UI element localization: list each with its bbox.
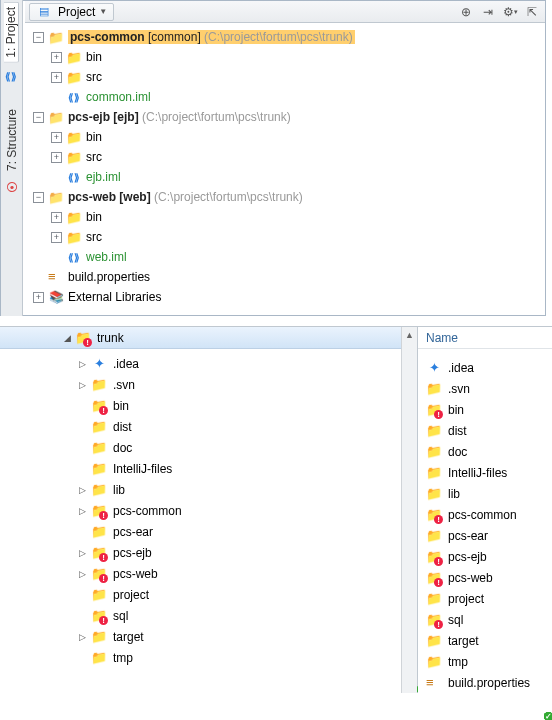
chevron-down-icon: ▼ [99, 7, 107, 16]
filesystem-item[interactable]: bin [8, 395, 417, 416]
properties-icon [426, 675, 442, 691]
file-ejb-iml[interactable]: ejb.iml [29, 167, 545, 187]
view-dropdown[interactable]: ▤ Project ▼ [29, 3, 114, 21]
collapse-toggle[interactable]: − [33, 32, 44, 43]
scroll-track[interactable] [402, 343, 417, 693]
collapse-toggle[interactable]: − [33, 192, 44, 203]
file-web-iml[interactable]: web.iml [29, 247, 545, 267]
details-row[interactable]: doc [426, 441, 552, 462]
expand-icon[interactable]: ▷ [78, 506, 87, 516]
collapse-button[interactable]: ⇱ [523, 3, 541, 21]
details-row[interactable]: build.properties [426, 672, 552, 693]
settings-button[interactable]: ⚙▾ [501, 3, 519, 21]
expand-toggle[interactable]: + [51, 72, 62, 83]
details-row[interactable]: sql [426, 609, 552, 630]
item-label: pcs-common [113, 504, 182, 518]
module-pcs-ejb[interactable]: − pcs-ejb [ejb] (C:\project\fortum\pcs\t… [29, 107, 545, 127]
folder-bin[interactable]: +bin [29, 47, 545, 67]
row-label: .idea [448, 361, 474, 375]
details-row[interactable]: pcs-ear [426, 525, 552, 546]
folder-label: src [86, 150, 102, 164]
details-row[interactable]: pcs-web [426, 567, 552, 588]
iml-icon [66, 249, 82, 265]
filesystem-item[interactable]: ▷pcs-web [8, 563, 417, 584]
details-row[interactable]: .idea [426, 357, 552, 378]
column-header-name[interactable]: Name [418, 327, 552, 349]
filesystem-item[interactable]: ▷.svn [8, 374, 417, 395]
module-selected: pcs-common [common] (C:\project\fortum\p… [68, 30, 355, 44]
row-label: project [448, 592, 484, 606]
tab-structure[interactable]: 7: Structure [5, 105, 19, 175]
expand-icon[interactable]: ▷ [78, 548, 87, 558]
filesystem-item[interactable]: tmp [8, 647, 417, 668]
expand-toggle[interactable]: + [51, 132, 62, 143]
details-row[interactable]: project [426, 588, 552, 609]
expand-toggle[interactable]: + [51, 212, 62, 223]
details-row[interactable]: pcs-ejb [426, 546, 552, 567]
folder-icon [426, 423, 442, 439]
expand-toggle[interactable]: + [51, 52, 62, 63]
folder-ok-icon [91, 524, 107, 540]
details-row[interactable]: dist [426, 420, 552, 441]
details-row[interactable]: target [426, 630, 552, 651]
folder-src[interactable]: +src [29, 227, 545, 247]
details-row[interactable]: tmp [426, 651, 552, 672]
folder-label: src [86, 70, 102, 84]
expand-icon[interactable]: ▷ [78, 380, 87, 390]
expand-toggle[interactable]: + [33, 292, 44, 303]
expand-icon[interactable]: ▷ [78, 632, 87, 642]
view-dropdown-label: Project [58, 5, 95, 19]
folder-icon [91, 587, 107, 603]
folder-ok-icon [91, 629, 107, 645]
filesystem-tree[interactable]: ▷.idea▷.svnbindistdocIntelliJ-files▷lib▷… [0, 349, 417, 672]
vertical-scrollbar[interactable]: ▲ [401, 327, 417, 693]
project-tree[interactable]: − pcs-common [common] (C:\project\fortum… [25, 23, 545, 307]
filesystem-item[interactable]: doc [8, 437, 417, 458]
expand-icon[interactable]: ▷ [78, 359, 87, 369]
filesystem-header[interactable]: ◢ trunk [0, 327, 417, 349]
filesystem-item[interactable]: ▷pcs-common [8, 500, 417, 521]
structure-icon: ⦿ [6, 181, 18, 195]
scroll-up-button[interactable]: ▲ [402, 327, 417, 343]
filesystem-item[interactable]: ▷target [8, 626, 417, 647]
file-label: ejb.iml [86, 170, 121, 184]
file-build-properties[interactable]: build.properties [29, 267, 545, 287]
details-list[interactable]: .idea.svnbindistdocIntelliJ-fileslibpcs-… [418, 349, 552, 693]
tab-project[interactable]: 1: Project [4, 2, 19, 63]
filesystem-item[interactable]: ▷pcs-ejb [8, 542, 417, 563]
project-tool-window: 1: Project 7: Structure ⦿ ▤ Project ▼ ⊕ … [0, 0, 546, 316]
folder-bin[interactable]: +bin [29, 207, 545, 227]
row-label: target [448, 634, 479, 648]
details-row[interactable]: pcs-common [426, 504, 552, 525]
filesystem-item[interactable]: IntelliJ-files [8, 458, 417, 479]
folder-ok-icon [426, 633, 442, 649]
details-row[interactable]: lib [426, 483, 552, 504]
filesystem-item[interactable]: sql [8, 605, 417, 626]
autoscroll-from-source-button[interactable]: ⇥ [479, 3, 497, 21]
collapse-toggle[interactable]: − [33, 112, 44, 123]
item-label: pcs-web [113, 567, 158, 581]
external-libraries[interactable]: +External Libraries [29, 287, 545, 307]
details-row[interactable]: IntelliJ-files [426, 462, 552, 483]
filesystem-item[interactable]: pcs-ear [8, 521, 417, 542]
autoscroll-to-source-button[interactable]: ⊕ [457, 3, 475, 21]
expand-icon[interactable]: ▷ [78, 569, 87, 579]
filesystem-item[interactable]: dist [8, 416, 417, 437]
filesystem-item[interactable]: ▷lib [8, 479, 417, 500]
folder-error-icon [91, 503, 107, 519]
file-common-iml[interactable]: common.iml [29, 87, 545, 107]
folder-src[interactable]: +src [29, 147, 545, 167]
expand-toggle[interactable]: + [51, 152, 62, 163]
libraries-icon [48, 289, 64, 305]
expand-icon[interactable]: ▷ [78, 485, 87, 495]
expand-toggle[interactable]: + [51, 232, 62, 243]
folder-src[interactable]: +src [29, 67, 545, 87]
module-pcs-common[interactable]: − pcs-common [common] (C:\project\fortum… [29, 27, 545, 47]
filesystem-item[interactable]: project [8, 584, 417, 605]
details-row[interactable]: .svn [426, 378, 552, 399]
module-pcs-web[interactable]: − pcs-web [web] (C:\project\fortum\pcs\t… [29, 187, 545, 207]
folder-bin[interactable]: +bin [29, 127, 545, 147]
details-row[interactable]: bin [426, 399, 552, 420]
idea-icon [91, 356, 107, 372]
filesystem-item[interactable]: ▷.idea [8, 353, 417, 374]
